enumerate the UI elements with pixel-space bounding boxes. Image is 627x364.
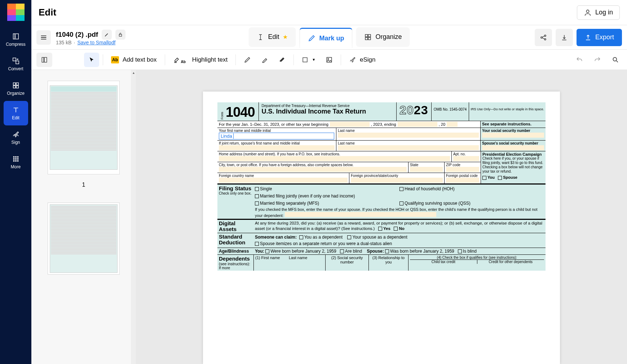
single-checkbox[interactable] [255, 187, 259, 191]
image-tool[interactable] [321, 53, 337, 67]
svg-rect-10 [13, 158, 14, 160]
undo-icon [576, 56, 583, 63]
added-text-box[interactable]: Linda [219, 133, 334, 139]
tab-edit[interactable]: Edit ★ [248, 27, 296, 47]
select-tool[interactable] [84, 53, 99, 67]
pec-you-checkbox[interactable] [482, 176, 486, 180]
lock-icon [118, 32, 123, 37]
state-field[interactable] [410, 167, 443, 172]
redo-button[interactable] [591, 53, 604, 67]
thumb-page-number: 1 [31, 182, 136, 188]
ssn-field[interactable] [482, 133, 544, 138]
tab-organize[interactable]: Organize [356, 27, 410, 47]
tax-year-begin-field[interactable] [330, 122, 370, 127]
share-button[interactable] [535, 29, 552, 46]
thumbnails-toggle[interactable] [36, 53, 52, 67]
header-bar: Edit Log in [31, 0, 627, 25]
svg-rect-12 [17, 158, 18, 160]
svg-rect-6 [16, 86, 18, 88]
hoh-checkbox[interactable] [399, 187, 403, 191]
search-button[interactable] [609, 53, 622, 67]
address-field[interactable] [219, 156, 450, 161]
eraser-tool[interactable] [274, 53, 290, 67]
spouse-dependent-checkbox[interactable] [347, 235, 351, 239]
itemize-checkbox[interactable] [255, 242, 259, 246]
shape-tool[interactable]: ▼ [297, 53, 320, 67]
rail-compress[interactable]: Compress [4, 27, 28, 52]
pec-spouse-checkbox[interactable] [498, 176, 502, 180]
tax-year-century-field[interactable] [447, 122, 458, 127]
digital-yes-checkbox[interactable] [378, 227, 382, 231]
svg-rect-15 [17, 160, 18, 162]
svg-point-30 [613, 57, 617, 61]
rail-organize[interactable]: Organize [4, 76, 28, 101]
foreign-country-field[interactable] [219, 178, 348, 183]
login-button[interactable]: Log in [577, 5, 620, 20]
grid-icon [364, 33, 372, 41]
tool-label: Highlight text [192, 56, 228, 63]
thumbnail-page-1[interactable] [48, 81, 120, 174]
tax-year-end-field[interactable] [398, 122, 437, 127]
thumbnail-page-2[interactable] [48, 203, 120, 275]
rename-button[interactable] [102, 30, 112, 40]
see-instructions: See separate instructions. [481, 121, 546, 128]
mfj-checkbox[interactable] [255, 194, 259, 198]
pencil-tool[interactable] [239, 53, 255, 67]
svg-rect-28 [327, 57, 331, 62]
mfs-checkbox[interactable] [255, 201, 259, 205]
digital-no-checkbox[interactable] [394, 227, 398, 231]
esign-tool[interactable]: eSign [345, 53, 380, 67]
undo-button[interactable] [573, 53, 586, 67]
marker-icon [261, 56, 268, 63]
highlight-tool[interactable]: AbHighlight text [169, 53, 232, 67]
rail-more[interactable]: More [4, 150, 28, 174]
pencil-icon [104, 32, 109, 37]
qss-checkbox[interactable] [399, 201, 403, 205]
highlight-icon [173, 56, 180, 63]
mfs-name-field[interactable] [285, 212, 436, 217]
svg-rect-2 [16, 61, 19, 64]
spouse-born-checkbox[interactable] [385, 249, 389, 253]
last-name-field[interactable] [338, 133, 479, 138]
document-viewport[interactable]: Form1040 Department of the Treasury—Inte… [136, 70, 627, 364]
convert-icon [12, 57, 20, 65]
rail-edit[interactable]: Edit [4, 101, 28, 125]
star-icon: ★ [283, 34, 288, 40]
export-button[interactable]: Export [577, 29, 622, 46]
irs-use-label: IRS Use Only—Do not write or staple in t… [469, 102, 546, 121]
lock-button[interactable] [115, 30, 125, 40]
spouse-last-name-field[interactable] [338, 145, 479, 150]
filing-status-label: Filing Status [219, 185, 252, 191]
spouse-first-name-field[interactable] [219, 145, 335, 150]
foreign-province-field[interactable] [351, 178, 443, 183]
spouse-blind-checkbox[interactable] [458, 249, 462, 253]
svg-rect-8 [15, 156, 17, 158]
zip-field[interactable] [446, 167, 479, 172]
you-dependent-checkbox[interactable] [299, 235, 303, 239]
city-field[interactable] [219, 167, 407, 172]
marker-tool[interactable] [257, 53, 273, 67]
rail-label: More [11, 164, 21, 169]
download-button[interactable] [556, 29, 573, 46]
rail-sign[interactable]: Sign [4, 125, 28, 150]
tab-markup[interactable]: Mark up [299, 28, 352, 48]
rail-convert[interactable]: Convert [4, 52, 28, 76]
share-icon [540, 34, 547, 41]
rail-label: Convert [8, 66, 23, 71]
app-logo[interactable] [7, 4, 25, 21]
compress-icon [12, 32, 20, 40]
you-born-checkbox[interactable] [265, 249, 269, 253]
pencil-icon [308, 34, 315, 42]
you-blind-checkbox[interactable] [340, 249, 344, 253]
menu-button[interactable] [36, 30, 51, 45]
save-link[interactable]: Save to Smallpdf [77, 40, 115, 45]
foreign-postal-field[interactable] [446, 178, 479, 183]
pdf-page: Form1040 Department of the Treasury—Inte… [203, 92, 560, 364]
pec-body: Check here if you, or your spouse if fil… [482, 156, 544, 174]
thumbs-scrollbar[interactable]: ▴ [131, 70, 136, 364]
add-text-tool[interactable]: AbAdd text box [107, 53, 161, 67]
square-icon [302, 57, 308, 63]
apt-field[interactable] [453, 156, 479, 161]
spouse-ssn-field[interactable] [482, 145, 544, 150]
sign-icon [12, 130, 20, 138]
